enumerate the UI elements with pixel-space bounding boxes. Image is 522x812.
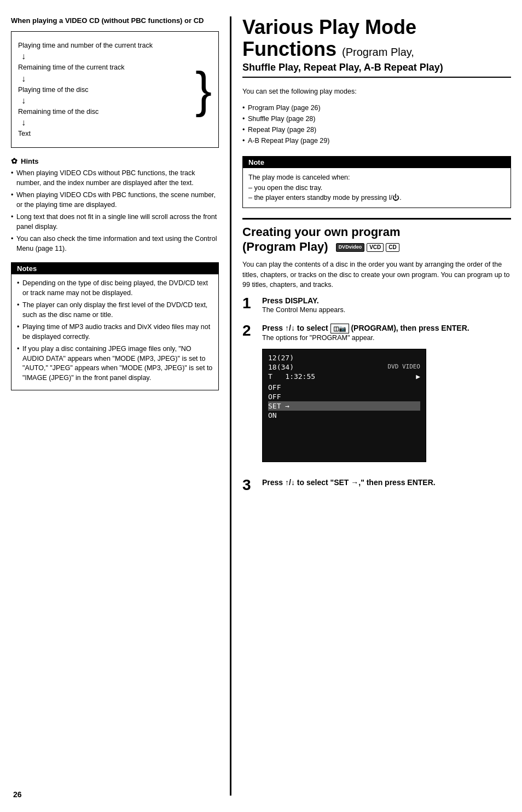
diagram-item-4: Text: [18, 128, 193, 140]
step-3-title: Press ↑/↓ to select "SET →," then press …: [262, 477, 511, 487]
hint-item-0: When playing VIDEO CDs without PBC funct…: [11, 169, 219, 188]
arrow-0: ↓: [18, 52, 193, 61]
step-1-number: 1: [242, 296, 257, 311]
play-mode-2: Repeat Play (page 28): [242, 124, 511, 135]
program-icon: ◫📷: [330, 324, 349, 333]
section-divider: [242, 218, 511, 220]
badge-cd: CD: [386, 243, 399, 252]
badge-vcd: VCD: [367, 243, 384, 252]
notes-header: Notes: [11, 263, 218, 274]
hint-item-3: You can also check the time information …: [11, 234, 219, 254]
right-column: Various Play Mode Functions (Program Pla…: [230, 16, 511, 796]
creating-title: Creating your own program (Program Play)…: [242, 225, 511, 254]
hint-item-2: Long text that does not fit in a single …: [11, 212, 219, 232]
menu-off-1: OFF: [268, 383, 420, 392]
note-item-2: Playing time of MP3 audio tracks and Div…: [17, 323, 213, 342]
diagram-brace: }: [193, 39, 212, 140]
arrow-3: ↓: [18, 118, 193, 127]
step-2-desc: The options for "PROGRAM" appear.: [262, 333, 511, 343]
note-box: Note The play mode is canceled when: – y…: [242, 156, 511, 208]
diagram-item-3: Remaining time of the disc: [18, 106, 193, 118]
screen-row-0: 12(27): [268, 354, 420, 362]
play-mode-3: A-B Repeat Play (page 29): [242, 135, 511, 146]
menu-empty-3: [268, 439, 420, 448]
step-2-content: Press ↑/↓ to select ◫📷 (PROGRAM), then p…: [262, 323, 511, 470]
menu-empty-4: [268, 448, 420, 457]
step-2-number: 2: [242, 323, 257, 338]
main-title: Various Play Mode Functions (Program Pla…: [242, 16, 511, 60]
sub-title: Shuffle Play, Repeat Play, A-B Repeat Pl…: [242, 62, 511, 78]
step-3-number: 3: [242, 477, 257, 493]
arrow-2: ↓: [18, 96, 193, 105]
play-modes-list: Program Play (page 26) Shuffle Play (pag…: [242, 102, 511, 146]
step-3-content: Press ↑/↓ to select "SET →," then press …: [262, 477, 511, 487]
note-item-1: The player can only display the first le…: [17, 301, 213, 320]
notes-box: Notes Depending on the type of disc bein…: [11, 262, 219, 390]
menu-off-2: OFF: [268, 392, 420, 401]
step-1-title: Press DISPLAY.: [262, 296, 511, 306]
screen-row-1: 18(34) DVD VIDEO: [268, 363, 420, 371]
menu-empty-2: [268, 429, 420, 439]
note-line-2: – the player enters standby mode by pres…: [248, 194, 402, 201]
play-mode-0: Program Play (page 26): [242, 102, 511, 113]
note-content: The play mode is canceled when: – you op…: [243, 168, 511, 208]
step-2: 2 Press ↑/↓ to select ◫📷 (PROGRAM), then…: [242, 323, 511, 470]
note-line-0: The play mode is canceled when:: [248, 174, 350, 181]
hint-item-1: When playing VIDEO CDs with PBC function…: [11, 191, 219, 210]
diagram-item-2: Playing time of the disc: [18, 84, 193, 96]
step-3: 3 Press ↑/↓ to select "SET →," then pres…: [242, 477, 511, 493]
note-item-0: Depending on the type of disc being play…: [17, 279, 213, 298]
menu-empty-1: [268, 420, 420, 429]
step-1-content: Press DISPLAY. The Control Menu appears.: [262, 296, 511, 315]
menu-on: ON: [268, 411, 420, 420]
badge-dvd: DVDvideo: [336, 243, 365, 252]
screen-menu-area: OFF OFF SET → ON: [268, 383, 420, 457]
diagram-box: Playing time and number of the current t…: [11, 31, 219, 148]
hints-list: When playing VIDEO CDs without PBC funct…: [11, 169, 219, 254]
menu-set: SET →: [268, 401, 420, 411]
screen-chapter: 18(34): [268, 363, 294, 371]
step-1-desc: The Control Menu appears.: [262, 306, 511, 315]
hints-section: ✿ Hints When playing VIDEO CDs without P…: [11, 157, 219, 254]
arrow-1: ↓: [18, 74, 193, 83]
screen-track: 12(27): [268, 354, 294, 362]
dvd-screen: 12(27) 18(34) DVD VIDEO T 1:32:55 ▶ OFF: [262, 349, 426, 462]
notes-list: Depending on the type of disc being play…: [17, 279, 213, 383]
creating-intro: You can play the contents of a disc in t…: [242, 260, 511, 290]
screen-row-2: T 1:32:55 ▶: [268, 372, 420, 381]
play-mode-1: Shuffle Play (page 28): [242, 113, 511, 124]
notes-content: Depending on the type of disc being play…: [11, 274, 218, 390]
intro-text: You can set the following play modes:: [242, 87, 511, 97]
screen-time: T 1:32:55: [268, 372, 315, 381]
diagram-item-1: Remaining time of the current track: [18, 61, 193, 73]
note-item-3: If you play a disc containing JPEG image…: [17, 344, 213, 383]
note-line-1: – you open the disc tray.: [248, 184, 322, 192]
diagram-items: Playing time and number of the current t…: [18, 39, 193, 140]
hints-icon: ✿: [11, 157, 18, 165]
left-section-heading: When playing a VIDEO CD (without PBC fun…: [11, 16, 219, 25]
screen-dvd-label: DVD VIDEO: [387, 363, 420, 371]
screen-menu: OFF OFF SET → ON: [268, 383, 420, 457]
hints-title: ✿ Hints: [11, 157, 219, 165]
step-1: 1 Press DISPLAY. The Control Menu appear…: [242, 296, 511, 315]
note-header: Note: [243, 157, 511, 168]
left-column: When playing a VIDEO CD (without PBC fun…: [11, 16, 230, 796]
diagram-item-0: Playing time and number of the current t…: [18, 39, 193, 51]
step-2-title: Press ↑/↓ to select ◫📷 (PROGRAM), then p…: [262, 323, 511, 333]
page-number: 26: [13, 790, 22, 799]
